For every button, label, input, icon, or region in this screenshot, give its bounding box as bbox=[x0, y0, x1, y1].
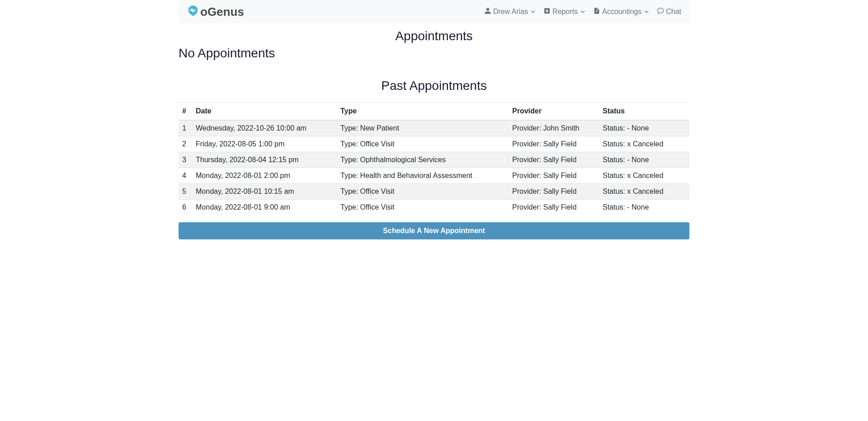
cell-provider: Provider: Sally Field bbox=[509, 168, 599, 184]
cell-status: Status: - None bbox=[599, 120, 689, 136]
cell-type: Type: Office Visit bbox=[337, 184, 509, 200]
cell-num: 5 bbox=[179, 184, 192, 200]
cell-type: Type: Health and Behavioral Assessment bbox=[337, 168, 509, 184]
cell-type: Type: Office Visit bbox=[337, 136, 509, 152]
cell-num: 2 bbox=[179, 136, 192, 152]
cell-status: Status: x Canceled bbox=[599, 184, 689, 200]
nav-chat-label: Chat bbox=[666, 8, 681, 16]
chat-icon bbox=[657, 7, 666, 16]
cell-type: Type: Ophthalmological Services bbox=[337, 152, 509, 168]
brand[interactable]: oGenus bbox=[179, 5, 244, 19]
cell-status: Status: x Canceled bbox=[599, 168, 689, 184]
caret-down-icon bbox=[578, 8, 585, 16]
past-appointments-table: # Date Type Provider Status 1Wednesday, … bbox=[179, 102, 689, 215]
nav-accountings-label: Accountings bbox=[602, 8, 642, 16]
cell-num: 1 bbox=[179, 120, 192, 136]
nav-reports-label: Reports bbox=[552, 8, 578, 16]
col-header-status: Status bbox=[599, 103, 689, 121]
cell-provider: Provider: Sally Field bbox=[509, 152, 599, 168]
col-header-date: Date bbox=[192, 103, 337, 121]
cell-provider: Provider: Sally Field bbox=[509, 184, 599, 200]
user-icon bbox=[484, 7, 493, 16]
cell-type: Type: Office Visit bbox=[337, 200, 509, 215]
past-appointments-title: Past Appointments bbox=[179, 79, 689, 93]
cell-type: Type: New Patient bbox=[337, 120, 509, 136]
table-row: 3Thursday, 2022-08-04 12:15 pmType: Opht… bbox=[179, 152, 689, 168]
cell-status: Status: - None bbox=[599, 152, 689, 168]
cell-date: Friday, 2022-08-05 1:00 pm bbox=[192, 136, 337, 152]
nav-chat-link[interactable]: Chat bbox=[657, 7, 681, 16]
download-icon bbox=[543, 7, 552, 16]
schedule-new-appointment-button[interactable]: Schedule A New Appointment bbox=[179, 222, 689, 239]
cell-status: Status: - None bbox=[599, 200, 689, 215]
table-row: 1Wednesday, 2022-10-26 10:00 amType: New… bbox=[179, 120, 689, 136]
cell-num: 6 bbox=[179, 200, 192, 215]
col-header-num: # bbox=[179, 103, 192, 121]
cell-status: Status: x Canceled bbox=[599, 136, 689, 152]
caret-down-icon bbox=[528, 8, 535, 16]
table-row: 6Monday, 2022-08-01 9:00 amType: Office … bbox=[179, 200, 689, 215]
col-header-provider: Provider bbox=[509, 103, 599, 121]
cell-num: 3 bbox=[179, 152, 192, 168]
cell-provider: Provider: John Smith bbox=[509, 120, 599, 136]
cell-date: Monday, 2022-08-01 10:15 am bbox=[192, 184, 337, 200]
brand-text: oGenus bbox=[200, 5, 244, 19]
appointments-title: Appointments bbox=[179, 29, 689, 43]
cell-date: Wednesday, 2022-10-26 10:00 am bbox=[192, 120, 337, 136]
caret-down-icon bbox=[642, 8, 649, 16]
no-appointments-heading: No Appointments bbox=[179, 46, 689, 61]
nav-accountings-dropdown[interactable]: Accountings bbox=[593, 7, 649, 16]
col-header-type: Type bbox=[337, 103, 509, 121]
table-header-row: # Date Type Provider Status bbox=[179, 103, 689, 121]
nav-reports-dropdown[interactable]: Reports bbox=[543, 7, 585, 16]
cell-date: Thursday, 2022-08-04 12:15 pm bbox=[192, 152, 337, 168]
table-row: 2Friday, 2022-08-05 1:00 pmType: Office … bbox=[179, 136, 689, 152]
nav-links: Drew Arias Reports Accountings bbox=[476, 7, 689, 16]
cell-date: Monday, 2022-08-01 9:00 am bbox=[192, 200, 337, 215]
nav-user-label: Drew Arias bbox=[493, 8, 528, 16]
file-icon bbox=[593, 7, 602, 16]
cell-num: 4 bbox=[179, 168, 192, 184]
table-row: 5Monday, 2022-08-01 10:15 amType: Office… bbox=[179, 184, 689, 200]
cell-date: Monday, 2022-08-01 2:00 pm bbox=[192, 168, 337, 184]
navbar: oGenus Drew Arias Reports bbox=[179, 0, 689, 23]
cell-provider: Provider: Sally Field bbox=[509, 136, 599, 152]
brand-logo-icon bbox=[187, 5, 200, 19]
cell-provider: Provider: Sally Field bbox=[509, 200, 599, 215]
table-row: 4Monday, 2022-08-01 2:00 pmType: Health … bbox=[179, 168, 689, 184]
nav-user-dropdown[interactable]: Drew Arias bbox=[484, 7, 535, 16]
